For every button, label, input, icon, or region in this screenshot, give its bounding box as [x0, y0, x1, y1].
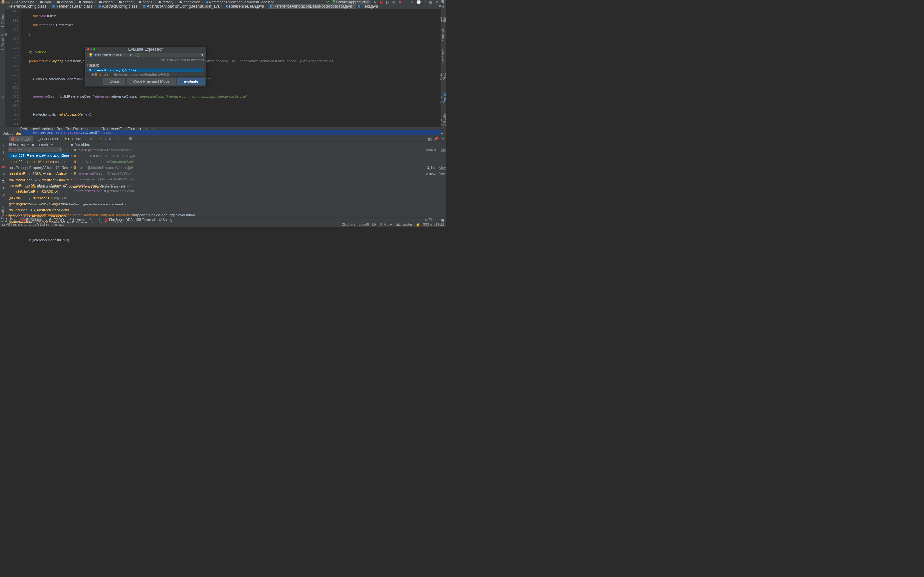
tool-maven[interactable]: Maven Projects: [439, 86, 446, 103]
breadcrumb[interactable]: 🖿annotation: [179, 0, 200, 4]
breadcrumb[interactable]: 🖿alibaba: [57, 0, 73, 4]
close-icon[interactable]: ×: [379, 5, 380, 7]
breadcrumb[interactable]: 🖿config: [99, 0, 113, 4]
tool-database[interactable]: Database: [441, 49, 445, 63]
settings-icon[interactable]: ⚙: [3, 187, 5, 190]
zoom-dot-icon[interactable]: [94, 48, 95, 50]
file-tab[interactable]: ReferenceConfig.class×: [5, 4, 50, 9]
tool-dataview[interactable]: Data View: [439, 69, 446, 80]
class-icon: [358, 5, 360, 8]
file-tab[interactable]: AbstractConfig.class×: [97, 4, 142, 9]
file-tab[interactable]: Field.java×: [356, 4, 382, 9]
view-link[interactable]: View: [441, 147, 446, 153]
folder-icon: 🖿: [99, 0, 102, 4]
chevron-down-icon: ▾: [367, 0, 369, 4]
mute-breakpoints-icon[interactable]: ⊘: [3, 172, 5, 176]
run-button[interactable]: ▶: [373, 0, 377, 4]
class-icon: [270, 5, 272, 8]
tool-ant[interactable]: Ant Build: [439, 12, 446, 22]
file-tab-active[interactable]: ReferenceAnnotationBeanPostProcessor.jav…: [268, 4, 356, 9]
tool-favorites[interactable]: 2: Favorites: [1, 206, 5, 223]
bulb-icon[interactable]: 💡: [88, 53, 93, 57]
class-icon: [206, 1, 208, 3]
breadcrumb[interactable]: 🖿factory: [158, 0, 173, 4]
file-tab[interactable]: AbstractAnnotationConfigBeanBuilder.java…: [142, 4, 224, 9]
vcs-commit-icon[interactable]: ✓: [410, 0, 414, 4]
navigation-bar: 📦 -2.6.2-sources.jar 〉 🖿com 〉 🖿alibaba 〉…: [0, 0, 446, 4]
expression-input[interactable]: 💡 referenceBean.getObject() ▾: [87, 53, 205, 57]
bug-icon: ⬤: [11, 137, 15, 141]
close-icon[interactable]: ×: [94, 5, 95, 7]
result-row[interactable]: ▼ ⬭ result = {proxy0@6419}: [87, 68, 204, 73]
more-icon[interactable]: ⋯: [441, 137, 444, 141]
class-icon: [99, 5, 101, 8]
close-icon[interactable]: ×: [47, 5, 48, 7]
file-tab[interactable]: ReferenceBean.class×: [51, 4, 97, 9]
close-icon[interactable]: ×: [353, 5, 354, 7]
close-icon[interactable]: ×: [265, 5, 266, 7]
breadcrumb[interactable]: 🖿spring: [118, 0, 132, 4]
folder-icon: 🖿: [40, 0, 43, 4]
class-icon: [144, 5, 145, 8]
folder-icon: 🖿: [158, 0, 162, 4]
stop-button[interactable]: ■: [3, 158, 5, 161]
build-icon[interactable]: ⚒: [326, 0, 330, 4]
tool-beanvalidation[interactable]: Bean Validation: [439, 109, 446, 127]
close-icon[interactable]: ×: [221, 5, 222, 7]
vcs-update-icon[interactable]: ↓: [404, 0, 408, 4]
result-row-child[interactable]: ▶ f handler = {InvokerInvocationHandler@…: [87, 73, 204, 77]
folder-icon: 🖿: [179, 0, 183, 4]
field-badge-icon: f: [95, 73, 96, 76]
minimize-icon[interactable]: −: [441, 131, 443, 135]
close-icon[interactable]: ×: [139, 5, 140, 7]
pin-icon[interactable]: 📌: [2, 193, 5, 197]
result-tree[interactable]: ▼ ⬭ result = {proxy0@6419} ▶ f handler =…: [87, 68, 205, 77]
stop-button[interactable]: ■: [398, 0, 402, 4]
resume-button[interactable]: ▶: [3, 144, 5, 147]
tab-overflow[interactable]: ⋮ ≡ 4: [434, 4, 446, 9]
class-icon: [226, 5, 228, 8]
view-breakpoints-icon[interactable]: ◉◉: [1, 165, 6, 169]
get-thread-dump-icon[interactable]: 📷: [2, 179, 5, 183]
toolbar-icon[interactable]: ⧉: [435, 0, 439, 4]
profile-button[interactable]: ◉: [392, 0, 396, 4]
close-dot-icon[interactable]: [87, 48, 89, 50]
file-tab[interactable]: ReferenceBean.java×: [224, 4, 268, 9]
toolbar-icon[interactable]: ▦: [429, 0, 433, 4]
evaluate-expression-dialog: Evaluate Expression 💡 referenceBean.getO…: [86, 47, 206, 86]
right-tool-stripe: Ant Build PlantUML Database Data View Ma…: [441, 9, 446, 127]
gutter-annotation[interactable]: @: [1, 95, 4, 100]
history-icon[interactable]: ▾: [202, 53, 204, 57]
pause-button[interactable]: ‖: [3, 151, 4, 155]
folder-icon: 🖿: [78, 0, 82, 4]
result-label: Result:: [86, 62, 206, 68]
breadcrumb[interactable]: 🖿dubbo: [78, 0, 93, 4]
code-fragment-button[interactable]: Code Fragment Mode: [127, 78, 176, 85]
breadcrumb-class[interactable]: ReferenceAnnotationBeanPostProcessor: [206, 0, 274, 4]
breadcrumb[interactable]: 🖿com: [40, 0, 51, 4]
coverage-button[interactable]: ◧: [386, 0, 389, 4]
thread-icon: ⬤: [9, 148, 11, 151]
debug-button[interactable]: 🐞: [379, 0, 383, 4]
dialog-title: Evaluate Expression: [128, 47, 164, 52]
minimize-dot-icon[interactable]: [90, 48, 92, 50]
code-editor[interactable]: this.field = field; this.reference = ref…: [21, 9, 441, 127]
evaluate-button[interactable]: Evaluate: [178, 78, 205, 85]
editor-tabs: ReferenceConfig.class× ReferenceBean.cla…: [0, 4, 446, 9]
vcs-revert-icon[interactable]: ↶: [423, 0, 426, 4]
tool-plantuml[interactable]: PlantUML: [441, 28, 445, 42]
folder-icon: 🖿: [57, 0, 60, 4]
breadcrumb-root[interactable]: 📦 -2.6.2-sources.jar: [1, 0, 34, 4]
breadcrumb[interactable]: 🖿beans: [138, 0, 152, 4]
editor-gutter[interactable]: 354355356357 358 359o↑ @ 360361362363 36…: [5, 9, 21, 127]
vcs-history-icon[interactable]: 🕓: [417, 0, 420, 4]
class-icon: [52, 5, 55, 8]
search-icon[interactable]: 🔍: [441, 0, 445, 4]
close-button[interactable]: Close: [103, 78, 126, 85]
left-tool-stripe: 1: Project 7: Structure: [0, 9, 5, 127]
tool-project[interactable]: 1: Project: [1, 13, 5, 27]
folder-icon: 🖿: [118, 0, 122, 4]
dialog-hint: Use ⇧⌘⏎ to add to Watches: [86, 58, 206, 62]
folder-icon: 🖿: [138, 0, 142, 4]
dialog-titlebar[interactable]: Evaluate Expression: [86, 47, 206, 52]
